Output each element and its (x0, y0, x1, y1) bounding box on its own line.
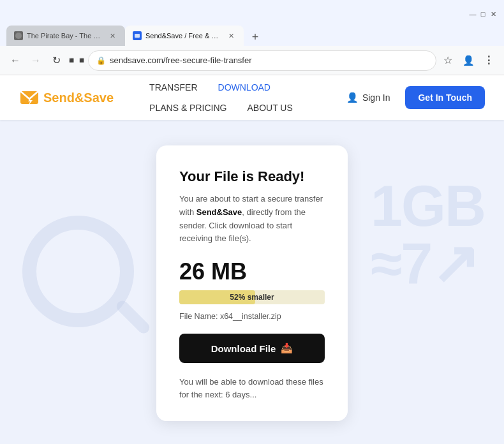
tab-close-sendsave[interactable]: ✕ (226, 31, 236, 41)
tab-sendsave[interactable]: Send&Save / Free & Secure Fi... ✕ (125, 26, 244, 46)
nav-plans-pricing[interactable]: PLANS & PRICING (139, 98, 237, 118)
card-title: Your File is Ready! (179, 168, 325, 185)
lock-icon: 🔒 (96, 56, 106, 65)
tab-favicon-piratebay (14, 31, 23, 40)
title-bar: — □ ✕ (0, 0, 504, 23)
site-nav: TRANSFER DOWNLOAD PLANS & PRICING ABOUT … (139, 77, 339, 118)
logo-text-save: Save (84, 91, 114, 105)
logo-text-send: Send (43, 91, 75, 105)
extensions-button[interactable]: ◾◾ (68, 52, 85, 70)
user-icon: 👤 (346, 92, 359, 103)
nav-bar: ← → ↻ ◾◾ 🔒 sendsave.com/free-secure-file… (0, 46, 504, 75)
address-bar[interactable]: 🔒 sendsave.com/free-secure-file-transfer (88, 50, 436, 71)
profile-button[interactable]: 👤 (459, 52, 477, 70)
site-header: Send&Save TRANSFER DOWNLOAD PLANS & PRIC… (0, 75, 504, 120)
tab-label-sendsave: Send&Save / Free & Secure Fi... (145, 32, 222, 40)
download-icon: 📥 (281, 343, 293, 354)
back-button[interactable]: ← (6, 52, 24, 70)
menu-button[interactable]: ⋮ (480, 52, 498, 70)
page-content: 1GB≈7↗ Send&Save TRANSFER DOWNLOAD PLANS… (0, 75, 504, 444)
svg-rect-1 (135, 34, 140, 38)
sign-in-label: Sign In (362, 93, 390, 103)
window-controls: — □ ✕ (468, 10, 498, 18)
download-btn-label: Download File (211, 343, 276, 354)
nav-right-controls: ☆ 👤 ⋮ (439, 52, 498, 70)
tab-favicon-sendsave (133, 31, 142, 40)
svg-point-0 (15, 33, 22, 39)
card-desc-brand: Send&Save (196, 207, 242, 217)
header-actions: 👤 Sign In Get In Touch (339, 86, 485, 109)
logo[interactable]: Send&Save (19, 87, 114, 108)
new-tab-button[interactable]: + (246, 28, 264, 46)
forward-button[interactable]: → (27, 52, 45, 70)
tab-label-piratebay: The Pirate Bay - The galaxy's m... (27, 32, 103, 40)
logo-ampersand: & (75, 91, 84, 105)
get-in-touch-button[interactable]: Get In Touch (405, 86, 485, 109)
progress-label: 52% smaller (230, 293, 274, 302)
tabs-bar: The Pirate Bay - The galaxy's m... ✕ Sen… (0, 23, 504, 46)
sign-in-button[interactable]: 👤 Sign In (339, 87, 398, 108)
expiry-text: You will be able to download these files… (179, 376, 325, 401)
browser-window: — □ ✕ The Pirate Bay - The galaxy's m...… (0, 0, 504, 75)
url-text: sendsave.com/free-secure-file-transfer (110, 56, 428, 65)
maximize-button[interactable]: □ (478, 10, 487, 18)
tab-close-piratebay[interactable]: ✕ (107, 31, 117, 41)
tab-piratebay[interactable]: The Pirate Bay - The galaxy's m... ✕ (6, 26, 125, 46)
file-size: 26 MB (179, 258, 325, 285)
download-button[interactable]: Download File 📥 (179, 334, 325, 363)
minimize-button[interactable]: — (468, 10, 477, 18)
bookmark-button[interactable]: ☆ (439, 52, 457, 70)
progress-bar: 52% smaller (179, 290, 325, 304)
download-card: Your File is Ready! You are about to sta… (156, 145, 348, 421)
logo-icon (19, 87, 40, 108)
nav-about-us[interactable]: ABOUT US (237, 98, 302, 118)
reload-button[interactable]: ↻ (47, 52, 65, 70)
close-button[interactable]: ✕ (489, 10, 498, 18)
nav-transfer[interactable]: TRANSFER (139, 77, 207, 98)
logo-text: Send&Save (43, 91, 114, 105)
nav-download[interactable]: DOWNLOAD (208, 77, 281, 98)
card-description: You are about to start a secure transfer… (179, 193, 325, 246)
file-name: File Name: x64__installer.zip (179, 312, 325, 321)
main-area: Your File is Ready! You are about to sta… (0, 120, 504, 444)
